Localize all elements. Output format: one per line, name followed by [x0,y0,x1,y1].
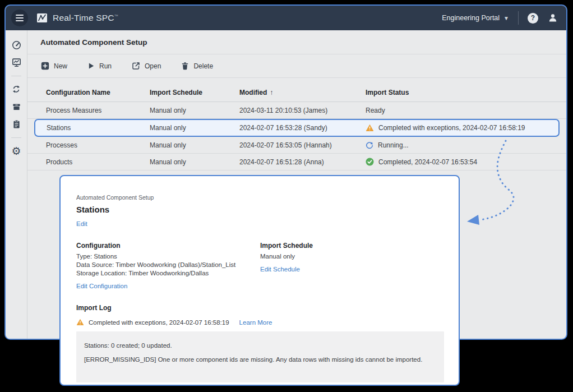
sidebar-divider [11,76,21,76]
user-icon [547,12,558,24]
app-title: Real-Time SPC™ [53,13,118,23]
cell-configuration-name: Stations [47,124,150,132]
table-row-products[interactable]: Products Manual only 2024-02-07 16:51:28… [27,154,566,170]
detail-panel: Automated Component Setup Stations Edit … [59,175,460,386]
column-import-status[interactable]: Import Status [366,89,566,96]
edit-configuration-link[interactable]: Edit Configuration [76,283,127,289]
import-schedule-heading: Import Schedule [260,242,313,250]
cell-import-schedule: Manual only [150,141,239,149]
cell-import-status: Ready [366,107,566,114]
cell-import-schedule: Manual only [150,124,239,132]
new-button[interactable]: New [41,62,67,70]
sync-icon [12,85,21,94]
gauge-icon [12,40,21,50]
open-button[interactable]: Open [132,62,161,70]
edit-schedule-link[interactable]: Edit Schedule [260,266,300,273]
trash-icon [181,62,189,70]
import-schedule-value: Manual only [260,252,313,261]
edit-link[interactable]: Edit [76,220,87,227]
table-row-process-measures[interactable]: Process Measures Manual only 2024-03-11 … [27,102,566,119]
log-line-error: [ERROR_MISSING_IDS] One or more componen… [84,356,436,363]
table-row-processes[interactable]: Processes Manual only 2024-02-07 16:53:0… [27,137,566,154]
sidebar-item-settings[interactable]: ⚙ [10,145,22,157]
portal-dropdown[interactable]: Engineering Portal ▼ [442,14,509,22]
sidebar-item-dashboard[interactable] [10,39,22,51]
column-configuration-name[interactable]: Configuration Name [46,89,150,96]
cell-configuration-name: Processes [46,141,150,149]
import-schedule-section: Import Schedule Manual only Edit Schedul… [260,242,313,290]
cell-configuration-name: Process Measures [46,107,150,114]
warning-icon [76,319,84,326]
cell-modified: 2024-02-07 16:53:28 (Sandy) [239,124,366,132]
import-log-heading: Import Log [76,304,443,312]
sidebar-item-monitoring[interactable] [10,56,22,68]
delete-button[interactable]: Delete [181,62,213,70]
clipboard-icon [12,119,21,129]
app-logo [36,12,48,24]
column-import-schedule[interactable]: Import Schedule [150,89,239,96]
log-line-summary: Stations: 0 created; 0 updated. [84,342,436,349]
cell-import-status: Completed with exceptions, 2024-02-07 16… [366,124,558,132]
learn-more-link[interactable]: Learn More [239,319,272,326]
sidebar-item-sync[interactable] [10,83,22,95]
sort-ascending-icon: ↑ [270,89,273,96]
cell-modified: 2024-02-07 16:53:05 (Hannah) [239,141,366,149]
hamburger-menu-button[interactable] [11,10,28,26]
cell-import-schedule: Manual only [150,107,239,114]
column-modified[interactable]: Modified↑ [239,89,366,96]
warning-icon [366,124,374,132]
trademark: ™ [114,14,118,18]
top-header: Real-Time SPC™ Engineering Portal ▼ ? [6,6,566,30]
sidebar-item-tasks[interactable] [10,118,22,130]
archive-box-icon [12,102,21,112]
breadcrumb: Automated Component Setup [76,194,443,201]
portal-label: Engineering Portal [442,14,500,22]
cell-import-status: Running... [366,141,566,149]
cell-modified: 2024-03-11 20:10:53 (James) [239,107,366,114]
monitor-chart-icon [12,58,21,67]
sidebar-divider [11,137,21,138]
configuration-data-source: Data Source: Timber Woodworking (Dallas)… [76,261,260,269]
sidebar-item-archive[interactable] [10,100,22,113]
running-refresh-icon [366,141,373,149]
header-divider [518,11,519,25]
page-title-bar: Automated Component Setup [27,30,566,54]
help-button[interactable]: ? [528,13,538,24]
play-icon [87,62,95,70]
run-button[interactable]: Run [87,62,112,70]
hamburger-icon [16,17,24,19]
action-toolbar: New Run Open [27,54,566,78]
configuration-heading: Configuration [76,242,260,250]
gear-icon: ⚙ [11,146,21,156]
check-circle-icon [366,158,374,166]
question-icon: ? [531,14,535,22]
configuration-storage-location: Storage Location: Timber Woodworking/Dal… [76,269,260,278]
import-log-status: Completed with exceptions, 2024-02-07 16… [76,319,443,326]
table-row-stations-selected[interactable]: Stations Manual only 2024-02-07 16:53:28… [34,119,560,137]
left-sidebar: ⚙ [6,30,27,339]
chevron-down-icon: ▼ [503,15,509,21]
configuration-section: Configuration Type: Stations Data Source… [76,242,260,290]
cell-configuration-name: Products [46,158,150,166]
configuration-type: Type: Stations [76,252,260,261]
cell-import-status: Completed, 2024-02-07 16:53:54 [366,158,566,166]
user-account-button[interactable] [547,12,558,24]
page-title: Automated Component Setup [40,38,147,47]
table-header: Configuration Name Import Schedule Modif… [27,78,566,102]
cell-import-schedule: Manual only [150,158,239,166]
add-icon [41,62,49,70]
spc-chart-logo-icon [36,12,48,24]
cell-modified: 2024-02-07 16:51:28 (Anna) [239,158,366,166]
detail-columns: Configuration Type: Stations Data Source… [76,242,443,290]
import-log-status-text: Completed with exceptions, 2024-02-07 16… [89,319,229,326]
detail-title: Stations [76,205,443,214]
import-log-output: Stations: 0 created; 0 updated. [ERROR_M… [76,331,444,382]
open-external-icon [132,62,140,70]
